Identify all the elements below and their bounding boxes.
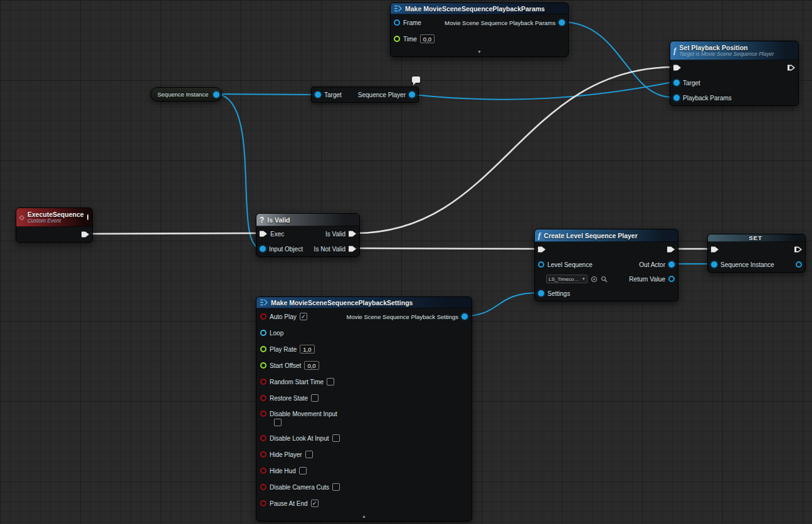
bool-pin[interactable] — [260, 395, 266, 401]
blueprint-canvas[interactable]: Make MovieSceneSequencePlaybackParams Fr… — [0, 0, 812, 524]
node-execute-sequence-event[interactable]: ◇ ExecuteSequence Custom Event — [16, 207, 93, 243]
node-get-sequence-instance[interactable]: Sequence Instance — [150, 87, 222, 102]
checkbox[interactable]: ✓ — [300, 313, 307, 320]
bool-pin[interactable] — [260, 468, 266, 474]
exec-in-pin[interactable] — [711, 246, 719, 253]
struct-pin[interactable] — [260, 330, 266, 336]
playback-settings-out-pin[interactable] — [461, 313, 468, 320]
bool-pin[interactable] — [260, 484, 266, 490]
checkbox[interactable] — [299, 467, 307, 474]
input-object-pin[interactable] — [260, 246, 266, 252]
target-pin[interactable] — [673, 80, 680, 86]
pin-label: Level Sequence — [547, 261, 593, 268]
pin-label: Restore State — [270, 395, 308, 402]
wire-sequence-instance-to-input-object[interactable] — [218, 94, 261, 248]
settings-row: Loop — [256, 325, 472, 341]
function-icon: f — [538, 231, 540, 241]
checkbox[interactable]: ✓ — [311, 500, 319, 507]
comment-bubble-icon[interactable] — [412, 76, 420, 83]
wire-sequence-instance-to-target[interactable] — [218, 94, 315, 95]
value-input[interactable]: 1,0 — [300, 345, 314, 354]
level-sequence-pin[interactable] — [538, 261, 544, 268]
chevron-down-icon: ▾ — [583, 276, 585, 281]
collapse-chevron[interactable]: ▾ — [391, 47, 568, 56]
checkbox[interactable] — [332, 483, 340, 491]
wire-exec-event-to-isvalid[interactable] — [88, 233, 261, 234]
wire-settings-to-settings-pin[interactable] — [464, 293, 539, 316]
make-struct-icon — [260, 299, 268, 306]
is-not-valid-exec-out-pin[interactable] — [349, 245, 356, 253]
sequence-instance-in-pin[interactable] — [711, 261, 717, 268]
playback-params-pin[interactable] — [673, 95, 680, 101]
pin-label: Target — [324, 92, 342, 98]
exec-in-pin[interactable] — [260, 230, 267, 238]
node-get-sequence-player[interactable]: Target Sequence Player — [311, 86, 419, 103]
settings-pin[interactable] — [538, 290, 544, 296]
use-selected-asset-icon[interactable] — [591, 276, 598, 283]
pin-label: Settings — [547, 290, 570, 297]
node-title: Make MovieSceneSequencePlaybackSettings — [271, 299, 413, 307]
settings-row: Start Offset0,0 — [256, 357, 472, 374]
checkbox[interactable] — [305, 451, 313, 458]
node-is-valid[interactable]: ? Is Valid Exec Is Valid Input Object Is… — [256, 213, 360, 257]
exec-in-pin[interactable] — [538, 246, 546, 253]
node-subtitle: Target is Movie Scene Sequence Player — [679, 51, 774, 58]
return-value-pin[interactable] — [668, 276, 675, 282]
wire-params-to-playback-params[interactable] — [562, 22, 672, 97]
pin-label: Start Offset — [270, 362, 301, 369]
exec-in-pin[interactable] — [673, 64, 681, 71]
wire-exec-isnotvalid-to-create[interactable] — [355, 248, 539, 249]
node-title: Set Playback Position — [679, 44, 774, 51]
bool-pin[interactable] — [260, 313, 266, 320]
node-header: Make MovieSceneSequencePlaybackParams — [391, 3, 568, 14]
asset-picker-dropdown[interactable]: LS_TimecodePr ▾ — [546, 275, 588, 283]
node-make-playback-settings[interactable]: Make MovieSceneSequencePlaybackSettings … — [256, 296, 472, 521]
event-icon: ◇ — [19, 214, 24, 221]
pin-label: Time — [403, 36, 417, 43]
value-input[interactable]: 0,0 — [304, 361, 319, 370]
node-title: ExecuteSequence — [28, 211, 84, 218]
bool-pin[interactable] — [260, 435, 266, 441]
float-pin[interactable] — [260, 346, 266, 352]
pin-label: Sequence Player — [358, 92, 406, 98]
exec-out-pin[interactable] — [667, 246, 675, 253]
settings-row: Pause At End✓ — [256, 495, 472, 511]
bool-pin[interactable] — [260, 451, 266, 458]
node-create-level-sequence-player[interactable]: f Create Level Sequence Player Level Seq… — [534, 229, 678, 301]
node-set-sequence-instance[interactable]: SET Sequence Instance — [707, 234, 806, 273]
is-valid-exec-out-pin[interactable] — [349, 230, 356, 238]
node-title: SET — [749, 234, 762, 241]
target-pin[interactable] — [315, 92, 321, 98]
node-make-playback-params[interactable]: Make MovieSceneSequencePlaybackParams Fr… — [390, 3, 569, 57]
collapse-chevron[interactable]: ▴ — [256, 511, 472, 521]
time-pin[interactable] — [394, 36, 400, 42]
float-pin[interactable] — [260, 362, 266, 369]
exec-out-pin[interactable] — [82, 231, 89, 238]
bool-pin[interactable] — [260, 411, 266, 417]
settings-row: Disable Look At Input — [256, 430, 472, 446]
asset-name: LS_TimecodePr — [549, 276, 581, 282]
checkbox[interactable] — [327, 378, 334, 385]
sequence-player-out-pin[interactable] — [409, 92, 415, 98]
bool-pin[interactable] — [260, 500, 266, 506]
variable-label: Sequence Instance — [157, 91, 208, 98]
out-actor-pin[interactable] — [668, 261, 675, 268]
checkbox[interactable] — [332, 434, 340, 442]
playback-params-out-pin[interactable] — [559, 19, 565, 26]
browse-asset-icon[interactable] — [601, 276, 608, 283]
node-title: Make MovieSceneSequencePlaybackParams — [405, 5, 545, 13]
sequence-instance-out-pin[interactable] — [213, 92, 219, 98]
exec-out-pin[interactable] — [788, 64, 795, 71]
settings-row: Restore State — [256, 390, 472, 406]
time-value-input[interactable]: 0,0 — [420, 34, 435, 43]
exec-out-pin[interactable] — [794, 246, 802, 253]
set-out-pin[interactable] — [796, 261, 802, 268]
pin-label: Loop — [270, 330, 283, 337]
bool-pin[interactable] — [260, 379, 266, 385]
checkbox[interactable] — [311, 394, 319, 402]
node-title: Create Level Sequence Player — [544, 232, 637, 239]
frame-pin[interactable] — [394, 19, 400, 26]
checkbox[interactable] — [274, 419, 282, 426]
wire-sequence-player-to-target[interactable] — [414, 82, 672, 100]
node-set-playback-position[interactable]: f Set Playback Position Target is Movie … — [670, 41, 799, 106]
